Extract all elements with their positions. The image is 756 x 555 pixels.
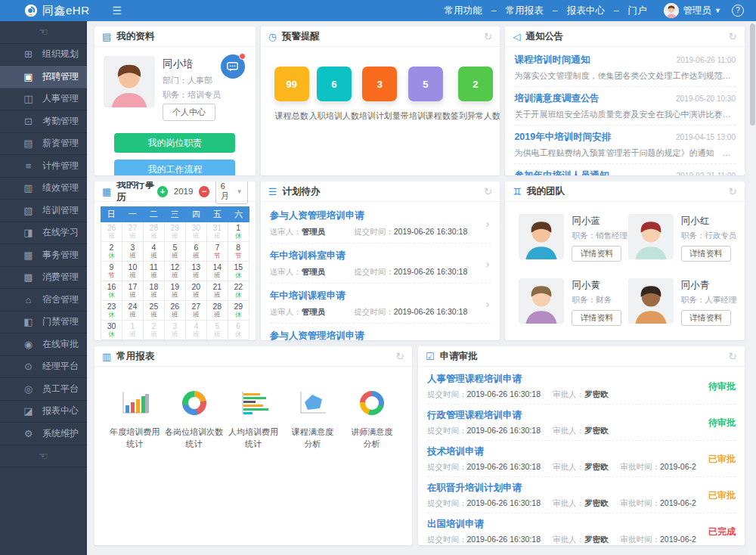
sidebar-item[interactable]: ▩ 消费管理 xyxy=(0,267,87,290)
chevron-right-icon[interactable]: › xyxy=(485,297,489,310)
sidebar-item[interactable]: ◪ 报表中心 xyxy=(0,401,87,423)
notice-date: 2019-05-20 10:30 xyxy=(676,95,736,103)
scrollbar-thumb[interactable] xyxy=(750,23,755,126)
notice-summary: 为落实公文管理制度，使集团各类公文处理工作达到规范化、制度化、流程化，提高公文处… xyxy=(514,70,736,82)
card-team: ♊ 我的团队 ↻ 同小蓝 职务：销售经理 详情资料 xyxy=(505,181,745,340)
weekday-label: 五 xyxy=(207,206,228,222)
sidebar-item[interactable]: ⊞ 组织规划 xyxy=(0,44,87,67)
user-menu[interactable]: 管理员 ▼ xyxy=(664,3,721,18)
report-post-count[interactable]: 各岗位培训次数统计 xyxy=(164,388,223,450)
sidebar-item[interactable]: ⌂ 宿舍管理 xyxy=(0,289,87,312)
todo-title[interactable]: 年中培训科室申请 xyxy=(270,250,491,262)
sidebar-item[interactable]: ◎ 员工平台 xyxy=(0,378,87,401)
card-calendar: ▦ 我的行事历 + 2019 − 6月 ▼ 日一二三四五六 xyxy=(94,181,256,340)
refresh-icon[interactable]: ↻ xyxy=(728,350,737,362)
sidebar-item[interactable]: ☜ xyxy=(0,445,87,468)
top-nav-item[interactable]: 报表中心 xyxy=(544,5,605,17)
calendar-cell: 29 休 xyxy=(228,301,249,321)
notice-title[interactable]: 培训满意度调查公告 xyxy=(514,92,600,105)
sidebar-item[interactable]: ☜ xyxy=(0,21,87,44)
notice-item: 2019年中培训时间安排 2019-04-15 13:00 为供电工程贴费纳入预… xyxy=(514,126,736,164)
sidebar-item[interactable]: ⊙ 经理平台 xyxy=(0,356,87,379)
approval-title[interactable]: 在职晋升培训计划申请 xyxy=(427,482,696,495)
sidebar-item[interactable]: ▥ 绩效管理 xyxy=(0,178,87,200)
approval-title[interactable]: 人事管理课程培训申请 xyxy=(427,373,696,386)
report-annual-cost[interactable]: 年度培训费用统计 xyxy=(105,388,164,450)
member-detail-button[interactable]: 详情资料 xyxy=(572,246,621,262)
refresh-icon[interactable]: ↻ xyxy=(395,350,404,362)
top-nav-item[interactable]: 门户 xyxy=(605,5,647,17)
sidebar-item[interactable]: ▧ 培训管理 xyxy=(0,200,87,222)
approval-check-icon: ☑ xyxy=(426,351,435,362)
todo-title[interactable]: 年中培训课程申请 xyxy=(270,290,491,302)
approval-approver-label: 审批人： xyxy=(553,462,584,471)
top-nav-item[interactable]: 常用报表 xyxy=(482,5,544,17)
notice-title[interactable]: 参加年中培训人员通知 xyxy=(514,169,609,175)
sidebar-item[interactable]: ◫ 人事管理 xyxy=(0,88,87,111)
top-nav-item[interactable]: 常用功能 xyxy=(445,5,482,17)
sidebar-item[interactable]: ▤ 薪资管理 xyxy=(0,133,87,156)
todo-item[interactable]: 年中培训科室申请 送审人：管理员提交时间：2019-06-26 16:30:18… xyxy=(270,243,491,284)
approval-title[interactable]: 出国培训申请 xyxy=(427,518,696,531)
refresh-icon[interactable]: ↻ xyxy=(484,185,493,197)
report-course-satisfaction[interactable]: 课程满意度分析 xyxy=(283,388,342,450)
help-icon[interactable]: ? xyxy=(732,5,744,17)
calendar-day-type: 班 xyxy=(165,311,185,318)
chevron-down-icon: ▼ xyxy=(714,7,721,14)
month-select[interactable]: 6月 ▼ xyxy=(215,181,248,204)
calendar-day-type: 班 xyxy=(122,271,143,279)
sidebar-item[interactable]: ▣ 招聘管理 xyxy=(0,66,87,88)
my-workflow-button[interactable]: 我的工作流程 xyxy=(114,160,235,175)
notice-title[interactable]: 课程培训时间通知 xyxy=(514,54,590,67)
year-decrease-button[interactable]: − xyxy=(199,186,209,197)
year-increase-button[interactable]: + xyxy=(157,186,168,197)
todo-item[interactable]: 年中培训课程申请 送审人：管理员提交时间：2019-06-26 16:30:18… xyxy=(270,284,491,324)
sidebar-item-icon: ☜ xyxy=(38,26,49,38)
calendar-day-type: 班 xyxy=(122,252,143,259)
sidebar-item[interactable]: ≡ 计件管理 xyxy=(0,155,87,178)
refresh-icon[interactable]: ↻ xyxy=(484,30,493,42)
alert-tile[interactable]: 6 入职培训人数 xyxy=(309,67,359,122)
report-teacher-satisfaction[interactable]: 讲师满意度分析 xyxy=(342,388,401,450)
todo-item[interactable]: 参与人资管理培训申请 送审人：管理员提交时间：2019-06-26 16:30:… xyxy=(270,324,491,340)
sidebar-item[interactable]: ◉ 在线审批 xyxy=(0,333,87,356)
todo-title[interactable]: 参与人资管理培训申请 xyxy=(270,330,491,340)
alert-tile[interactable]: 99 课程总数 xyxy=(274,67,309,122)
chevron-right-icon[interactable]: › xyxy=(485,257,489,270)
refresh-icon[interactable]: ↻ xyxy=(728,185,737,197)
sidebar-item[interactable]: ◨ 在线学习 xyxy=(0,222,87,245)
alert-tile-value: 6 xyxy=(317,67,352,101)
member-detail-button[interactable]: 详情资料 xyxy=(681,310,731,326)
menu-icon[interactable]: ☰ xyxy=(113,5,122,17)
report-label: 年度培训费用统计 xyxy=(105,426,164,450)
chevron-right-icon[interactable]: › xyxy=(485,337,489,341)
todo-title[interactable]: 参与人资管理培训申请 xyxy=(270,209,491,222)
report-per-capita-cost[interactable]: 人均培训费用统计 xyxy=(224,388,283,450)
sidebar-item[interactable]: ⊡ 考勤管理 xyxy=(0,110,87,133)
member-detail-button[interactable]: 详情资料 xyxy=(572,310,621,326)
sidebar-item[interactable]: ⚙ 系统维护 xyxy=(0,423,87,445)
my-duty-button[interactable]: 我的岗位职责 xyxy=(114,133,235,153)
approval-title[interactable]: 行政管理课程培训申请 xyxy=(427,409,696,422)
member-detail-button[interactable]: 详情资料 xyxy=(681,246,731,262)
alert-tile[interactable]: 5 带培训课程数 xyxy=(401,67,451,122)
chevron-right-icon[interactable]: › xyxy=(485,217,489,230)
todo-item[interactable]: 参与人资管理培训申请 送审人：管理员提交时间：2019-06-26 16:30:… xyxy=(270,203,491,243)
notice-date: 2019-06-26 11:00 xyxy=(677,56,736,64)
calendar-cell: 28 班 xyxy=(144,222,165,242)
alert-tile[interactable]: 3 培训计划量 xyxy=(359,67,401,122)
sidebar-item[interactable]: ◧ 门禁管理 xyxy=(0,312,87,334)
calendar-day: 28 xyxy=(207,302,228,311)
notice-title[interactable]: 2019年中培训时间安排 xyxy=(514,131,611,144)
alert-tile[interactable]: 2 签到异常人数 xyxy=(451,67,500,122)
refresh-icon[interactable]: ↻ xyxy=(728,30,737,42)
sidebar-item[interactable]: ▦ 事务管理 xyxy=(0,244,87,267)
calendar-day: 12 xyxy=(165,262,185,271)
calendar-day: 11 xyxy=(144,262,164,271)
sidebar-item-label: 考勤管理 xyxy=(42,115,79,128)
status-badge: 待审批 xyxy=(696,380,736,393)
sidebar-item-icon: ⊞ xyxy=(23,48,34,60)
approval-title[interactable]: 技术培训申请 xyxy=(427,445,696,458)
personal-center-button[interactable]: 个人中心 xyxy=(163,104,215,121)
calendar-day: 2 xyxy=(144,321,164,330)
